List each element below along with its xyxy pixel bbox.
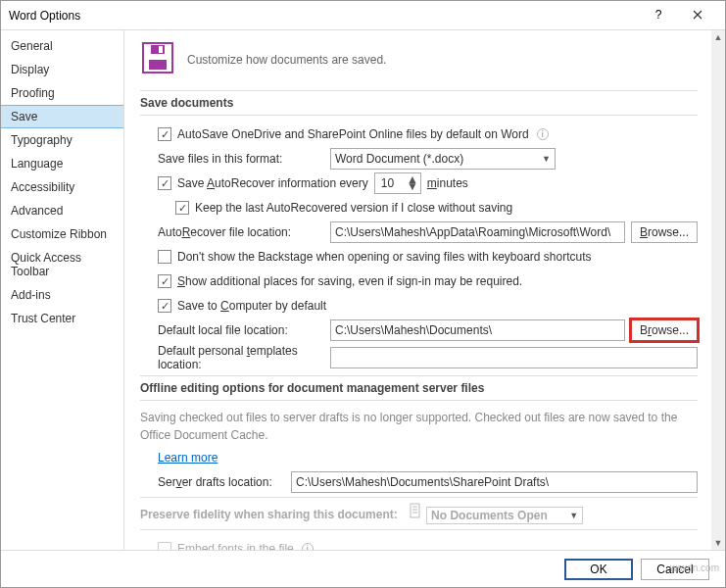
nav-customize-ribbon[interactable]: Customize Ribbon <box>1 222 123 246</box>
ar-location-input[interactable]: C:\Users\Mahesh\AppData\Roaming\Microsof… <box>330 221 625 243</box>
svg-rect-3 <box>159 46 163 53</box>
autorecover-checkbox[interactable] <box>158 176 171 190</box>
nav-typography[interactable]: Typography <box>1 128 123 152</box>
help-button[interactable]: ? <box>639 1 678 28</box>
ar-location-label: AutoRecover file location: <box>158 225 324 239</box>
titlebar: Word Options ? <box>1 1 725 30</box>
chevron-down-icon: ▼ <box>569 511 578 520</box>
dont-show-backstage-checkbox[interactable] <box>158 250 171 264</box>
default-local-label: Default local file location: <box>158 323 324 337</box>
svg-rect-1 <box>149 60 167 70</box>
nav-language[interactable]: Language <box>1 152 123 175</box>
keep-last-checkbox[interactable] <box>175 201 189 215</box>
header-text: Customize how documents are saved. <box>187 53 386 67</box>
dont-show-backstage-label: Don't show the Backstage when opening or… <box>177 250 592 264</box>
cancel-button[interactable]: Cancel <box>641 559 709 580</box>
nav-trust-center[interactable]: Trust Center <box>1 307 123 330</box>
format-label: Save files in this format: <box>158 152 324 166</box>
autorecover-minutes-spinner[interactable]: 10 ▲▼ <box>374 172 421 194</box>
show-additional-label: Show additional places for saving, even … <box>177 274 522 288</box>
info-icon: i <box>302 543 314 550</box>
drafts-input[interactable]: C:\Users\Mahesh\Documents\SharePoint Dra… <box>291 471 698 493</box>
close-icon <box>693 10 702 20</box>
autosave-label: AutoSave OneDrive and SharePoint Online … <box>177 127 529 141</box>
vertical-scrollbar[interactable]: ▲ ▼ <box>711 30 725 550</box>
drafts-label: Server drafts location: <box>158 475 285 489</box>
nav-addins[interactable]: Add-ins <box>1 283 123 307</box>
save-to-computer-label: Save to Computer by default <box>177 299 326 313</box>
embed-fonts-label: Embed fonts in the file <box>177 542 294 550</box>
scroll-thumb[interactable] <box>712 44 724 536</box>
scroll-down-icon[interactable]: ▼ <box>711 536 725 550</box>
ar-browse-button[interactable]: Browse... <box>631 221 698 243</box>
nav-advanced[interactable]: Advanced <box>1 199 123 222</box>
ok-button[interactable]: OK <box>564 559 633 580</box>
embed-fonts-checkbox <box>158 542 171 550</box>
nav-general[interactable]: General <box>1 34 123 58</box>
default-templates-label: Default personal templates location: <box>158 344 324 371</box>
close-button[interactable] <box>678 1 717 28</box>
default-local-browse-button[interactable]: Browse... <box>631 319 698 341</box>
nav-qat[interactable]: Quick Access Toolbar <box>1 246 123 283</box>
minutes-label: minutes <box>427 176 468 190</box>
nav-proofing[interactable]: Proofing <box>1 81 123 105</box>
autorecover-label: Save AutoRecover information every <box>177 176 368 190</box>
nav-sidebar: General Display Proofing Save Typography… <box>1 30 124 550</box>
fidelity-doc-select: No Documents Open ▼ <box>426 507 583 524</box>
info-icon[interactable]: i <box>537 128 549 140</box>
section-save-documents: Save documents <box>140 90 698 116</box>
save-to-computer-checkbox[interactable] <box>158 299 171 313</box>
chevron-down-icon: ▼ <box>542 154 551 164</box>
default-templates-input[interactable] <box>330 347 698 368</box>
section-fidelity: Preserve fidelity when sharing this docu… <box>140 497 698 530</box>
dialog-footer: OK Cancel <box>1 550 725 587</box>
save-icon <box>140 40 175 78</box>
learn-more-link[interactable]: Learn more <box>158 451 218 465</box>
document-icon <box>408 503 423 518</box>
default-local-input[interactable]: C:\Users\Mahesh\Documents\ <box>330 319 625 341</box>
nav-save[interactable]: Save <box>1 105 123 128</box>
nav-display[interactable]: Display <box>1 58 123 81</box>
svg-rect-4 <box>411 504 419 517</box>
nav-accessibility[interactable]: Accessibility <box>1 175 123 199</box>
content-pane: Customize how documents are saved. Save … <box>124 30 711 550</box>
offline-body: Saving checked out files to server draft… <box>140 409 698 444</box>
show-additional-checkbox[interactable] <box>158 274 171 288</box>
autosave-checkbox[interactable] <box>158 127 171 141</box>
section-offline: Offline editing options for document man… <box>140 375 698 401</box>
window-title: Word Options <box>9 9 80 23</box>
file-format-select[interactable]: Word Document (*.docx) ▼ <box>330 148 556 170</box>
keep-last-label: Keep the last AutoRecovered version if I… <box>195 201 512 215</box>
scroll-up-icon[interactable]: ▲ <box>711 30 725 44</box>
